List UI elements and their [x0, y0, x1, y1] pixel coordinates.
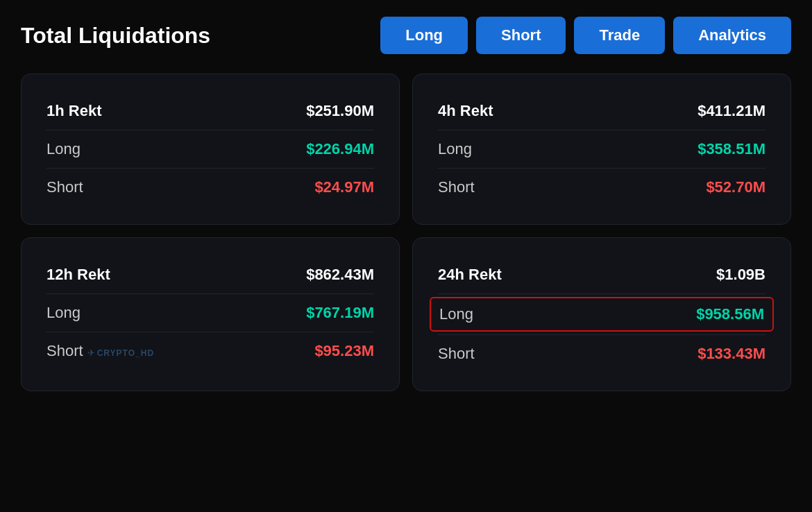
card-header-row: 1h Rekt$251.90M	[46, 95, 374, 127]
card-short-row: Short$24.97M	[46, 171, 374, 203]
btn-long[interactable]: Long	[380, 17, 468, 54]
card-short-row: Short ✈CRYPTO_HD$95.23M	[46, 335, 374, 367]
card-long-row: Long$226.94M	[46, 133, 374, 165]
card-period-label: 1h Rekt	[46, 102, 101, 120]
card-short-row: Short$133.43M	[438, 338, 766, 370]
card-card-4h: 4h Rekt$411.21MLong$358.51MShort$52.70M	[412, 74, 791, 225]
card-short-value: $95.23M	[314, 342, 374, 360]
card-period-label: 24h Rekt	[438, 266, 502, 284]
card-period-label: 4h Rekt	[438, 102, 493, 120]
card-short-row: Short$52.70M	[438, 171, 766, 203]
nav-buttons: Long Short Trade Analytics	[380, 17, 791, 54]
card-long-value: $767.19M	[306, 304, 374, 322]
card-long-row: Long$358.51M	[438, 133, 766, 165]
card-long-label: Long	[439, 305, 473, 323]
btn-analytics[interactable]: Analytics	[673, 17, 791, 54]
card-long-row: Long$767.19M	[46, 297, 374, 329]
card-period-label: 12h Rekt	[46, 266, 110, 284]
card-total-value: $411.21M	[697, 102, 766, 120]
card-long-value: $226.94M	[306, 140, 374, 158]
card-short-value: $24.97M	[314, 178, 374, 196]
card-card-12h: 12h Rekt$862.43MLong$767.19MShort ✈CRYPT…	[21, 237, 400, 391]
page-title: Total Liquidations	[21, 23, 210, 49]
card-long-value: $958.56M	[696, 305, 764, 323]
card-card-24h: 24h Rekt$1.09BLong$958.56MShort$133.43M	[412, 237, 791, 391]
card-header-row: 24h Rekt$1.09B	[438, 259, 766, 291]
card-total-value: $862.43M	[306, 266, 374, 284]
btn-short[interactable]: Short	[476, 17, 566, 54]
card-long-label: Long	[438, 140, 472, 158]
card-header-row: 12h Rekt$862.43M	[46, 259, 374, 291]
card-long-row-highlighted: Long$958.56M	[430, 297, 774, 332]
page-header: Total Liquidations Long Short Trade Anal…	[21, 17, 791, 54]
card-long-value: $358.51M	[697, 140, 766, 158]
btn-trade[interactable]: Trade	[574, 17, 665, 54]
card-long-label: Long	[46, 304, 81, 322]
card-short-value: $52.70M	[706, 178, 766, 196]
card-total-value: $1.09B	[716, 266, 766, 284]
card-total-value: $251.90M	[306, 102, 374, 120]
card-short-label: Short	[438, 178, 475, 196]
card-short-label: Short	[46, 178, 83, 196]
cards-grid: 1h Rekt$251.90MLong$226.94MShort$24.97M4…	[21, 74, 791, 391]
card-short-value: $133.43M	[697, 345, 766, 363]
card-short-label: Short	[438, 345, 475, 363]
card-card-1h: 1h Rekt$251.90MLong$226.94MShort$24.97M	[21, 74, 400, 225]
card-short-label: Short ✈CRYPTO_HD	[46, 342, 154, 360]
card-long-label: Long	[46, 140, 81, 158]
card-header-row: 4h Rekt$411.21M	[438, 95, 766, 127]
